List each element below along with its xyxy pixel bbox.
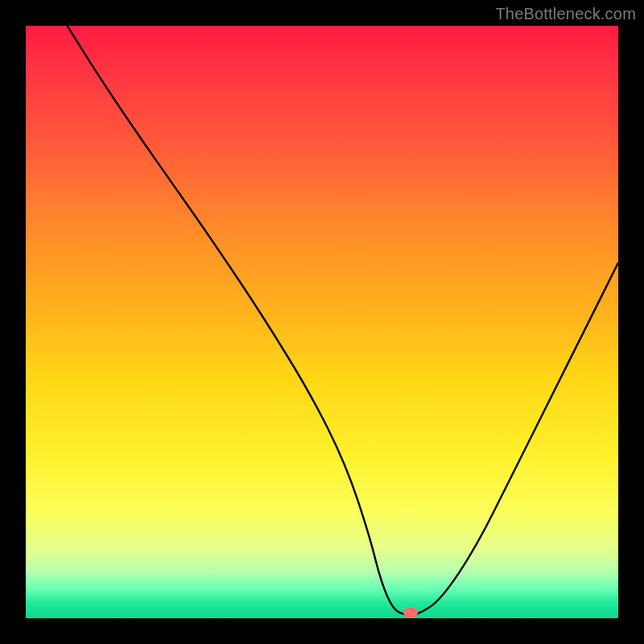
plot-area (26, 26, 618, 618)
line-chart-svg (26, 26, 618, 618)
chart-container: TheBottleneck.com (0, 0, 644, 644)
bottleneck-curve (68, 26, 619, 615)
watermark-text: TheBottleneck.com (495, 5, 636, 23)
optimal-point-marker (403, 608, 418, 617)
